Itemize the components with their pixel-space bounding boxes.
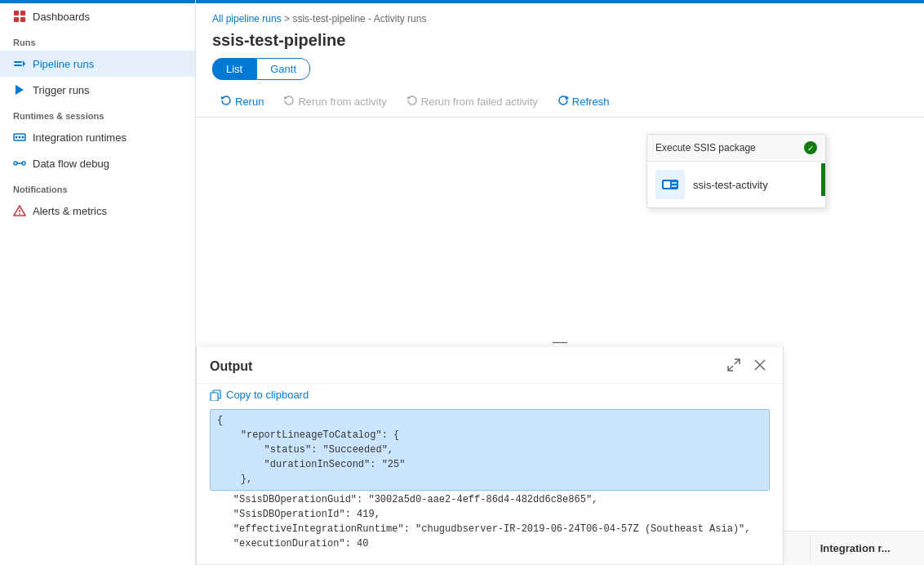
refresh-button[interactable]: Refresh	[549, 91, 618, 112]
success-indicator: ✓	[804, 141, 817, 154]
code-line: "status": "Succeeded",	[217, 443, 762, 457]
rerun-button[interactable]: Rerun	[212, 91, 272, 112]
activity-icon-wrap	[655, 170, 685, 199]
rerun-from-activity-button[interactable]: Rerun from activity	[275, 91, 394, 112]
tooltip-header: Execute SSIS package ✓	[647, 135, 825, 162]
tab-gantt[interactable]: Gantt	[256, 58, 310, 80]
tooltip-header-text: Execute SSIS package	[655, 142, 756, 153]
close-icon	[753, 358, 766, 371]
sidebar-item-alerts-metrics[interactable]: Alerts & metrics	[0, 198, 195, 224]
svg-point-11	[22, 136, 24, 139]
sidebar-item-data-flow-debug[interactable]: Data flow debug	[0, 150, 195, 176]
pipeline-icon	[13, 57, 26, 70]
sidebar-item-dashboards[interactable]: Dashboards	[0, 3, 195, 29]
sidebar-item-integration-runtimes[interactable]: Integration runtimes	[0, 124, 195, 150]
main-content: All pipeline runs > ssis-test-pipeline -…	[196, 0, 924, 565]
close-button[interactable]	[750, 357, 770, 376]
rerun-from-failed-label: Rerun from failed activity	[421, 96, 538, 108]
rerun-from-failed-button[interactable]: Rerun from failed activity	[398, 91, 546, 112]
svg-rect-1	[20, 11, 25, 16]
tab-list[interactable]: List	[212, 58, 256, 80]
sidebar-section-runtimes: Runtimes & sessions	[0, 103, 195, 124]
activity-tooltip: Execute SSIS package ✓ ssis-test-activit…	[646, 134, 826, 208]
breadcrumb-link[interactable]: All pipeline runs	[212, 13, 282, 24]
breadcrumb-current: ssis-test-pipeline - Activity runs	[292, 13, 426, 24]
code-line: "durationInSecond": "25"	[217, 457, 762, 472]
dashboard-icon	[13, 10, 26, 23]
rerun-from-activity-label: Rerun from activity	[298, 96, 386, 108]
sidebar-item-label: Trigger runs	[33, 84, 90, 96]
green-status-bar	[821, 163, 825, 196]
code-line: "SsisDBOperationGuid": "3002a5d0-aae2-4e…	[210, 492, 770, 507]
svg-point-17	[19, 213, 20, 215]
svg-rect-5	[14, 65, 22, 66]
toolbar: Rerun Rerun from activity Rerun from fai…	[196, 87, 924, 118]
ssis-activity-icon	[660, 175, 680, 194]
tabs-row: List Gantt	[196, 58, 924, 80]
copy-label: Copy to clipboard	[226, 389, 309, 401]
svg-marker-6	[23, 60, 25, 67]
trigger-icon	[13, 83, 26, 96]
expand-button[interactable]	[724, 357, 744, 376]
svg-point-9	[16, 136, 18, 139]
rerun-from-activity-icon	[283, 95, 295, 109]
code-line: },	[217, 472, 762, 487]
sidebar-item-label: Data flow debug	[33, 158, 109, 170]
page-title: ssis-test-pipeline	[196, 28, 924, 58]
svg-point-10	[19, 136, 21, 139]
svg-rect-4	[14, 61, 22, 63]
svg-rect-0	[14, 11, 19, 16]
refresh-icon	[558, 95, 569, 109]
sidebar-item-label: Pipeline runs	[33, 58, 94, 70]
svg-point-13	[22, 162, 25, 165]
svg-point-12	[14, 162, 17, 165]
output-panel: Output	[196, 347, 784, 565]
svg-line-27	[728, 366, 733, 371]
tooltip-body[interactable]: ssis-test-activity	[647, 162, 825, 207]
breadcrumb-separator: >	[284, 13, 292, 24]
expand-icon	[727, 358, 740, 371]
sidebar-item-pipeline-runs[interactable]: Pipeline runs	[0, 51, 195, 77]
svg-rect-3	[20, 17, 25, 22]
svg-rect-2	[14, 17, 19, 22]
sidebar-section-runs: Runs	[0, 29, 195, 51]
output-body[interactable]: { "reportLineageToCatalog": { "status": …	[197, 406, 783, 564]
selected-code-block: { "reportLineageToCatalog": { "status": …	[210, 409, 770, 491]
integration-icon	[13, 131, 26, 144]
alert-icon	[13, 204, 26, 217]
output-header: Output	[197, 347, 783, 384]
col-header-integration: Integration r...	[811, 536, 924, 561]
copy-to-clipboard-row[interactable]: Copy to clipboard	[197, 384, 783, 406]
code-line: "SsisDBOperationId": 419,	[210, 507, 770, 522]
code-line: "effectiveIntegrationRuntime": "chugudbs…	[210, 522, 770, 536]
svg-rect-31	[211, 393, 218, 401]
sidebar: Dashboards Runs Pipeline runs Trigger ru…	[0, 0, 196, 565]
sidebar-item-label: Alerts & metrics	[33, 205, 107, 217]
svg-marker-7	[16, 85, 24, 95]
rerun-from-failed-icon	[406, 95, 418, 109]
sidebar-item-label: Integration runtimes	[33, 131, 127, 144]
output-actions	[724, 357, 770, 376]
breadcrumb: All pipeline runs > ssis-test-pipeline -…	[196, 3, 924, 28]
activity-name: ssis-test-activity	[693, 179, 768, 191]
dataflow-icon	[13, 157, 26, 170]
code-line: {	[217, 413, 762, 428]
svg-rect-23	[664, 181, 670, 188]
content-area: Execute SSIS package ✓ ssis-test-activit…	[196, 118, 924, 565]
refresh-label: Refresh	[572, 96, 610, 108]
sidebar-item-label: Dashboards	[33, 11, 90, 23]
sidebar-item-trigger-runs[interactable]: Trigger runs	[0, 77, 195, 103]
rerun-label: Rerun	[235, 96, 264, 108]
output-title: Output	[210, 359, 252, 374]
svg-marker-21	[566, 96, 569, 100]
code-line: "reportLineageToCatalog": {	[217, 428, 762, 443]
sidebar-section-notifications: Notifications	[0, 176, 195, 198]
svg-line-26	[735, 359, 740, 364]
code-line: "executionDuration": 40	[210, 536, 770, 551]
rerun-icon	[220, 95, 232, 109]
copy-icon	[210, 389, 221, 401]
